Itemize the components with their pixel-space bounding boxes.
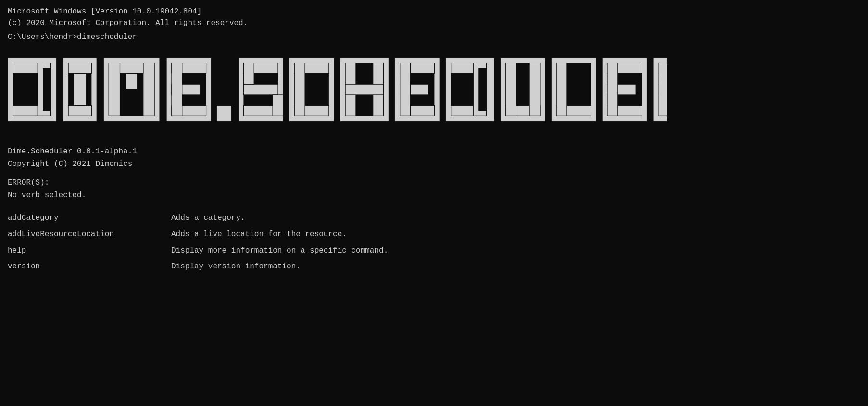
table-row: helpDisplay more information on a specif… bbox=[8, 243, 860, 259]
app-name: Dime.Scheduler 0.0.1-alpha.1 bbox=[8, 146, 860, 158]
command-name: addLiveResourceLocation bbox=[8, 227, 171, 243]
svg-rect-8 bbox=[68, 63, 91, 74]
command-description: Adds a live location for the resource. bbox=[171, 227, 860, 243]
terminal-window: Microsoft Windows [Version 10.0.19042.80… bbox=[8, 6, 860, 275]
command-name: version bbox=[8, 259, 171, 275]
table-row: addCategoryAdds a category. bbox=[8, 210, 860, 227]
svg-rect-57 bbox=[529, 63, 540, 116]
command-description: Display more information on a specific c… bbox=[171, 243, 860, 259]
svg-rect-22 bbox=[172, 63, 182, 116]
svg-rect-10 bbox=[74, 74, 86, 106]
svg-rect-13 bbox=[109, 63, 120, 116]
big-title-svg: .pt { fill: #d0d0d0; stroke: #111; strok… bbox=[8, 47, 667, 134]
command-prompt-line: C:\Users\hendr>dimescheduler bbox=[8, 33, 860, 41]
error-detail: No verb selected. bbox=[8, 190, 860, 202]
svg-rect-15 bbox=[120, 63, 143, 74]
svg-rect-46 bbox=[400, 63, 411, 116]
command-description: Display version information. bbox=[171, 259, 860, 275]
command-name: addCategory bbox=[8, 210, 171, 227]
svg-rect-9 bbox=[68, 106, 91, 116]
table-row: versionDisplay version information. bbox=[8, 259, 860, 275]
svg-rect-16 bbox=[126, 74, 137, 89]
copyright: Copyright (C) 2021 Dimenics bbox=[8, 158, 860, 171]
command-name: help bbox=[8, 243, 171, 259]
svg-rect-30 bbox=[273, 95, 283, 116]
big-title-container: .pt { fill: #d0d0d0; stroke: #111; strok… bbox=[8, 47, 860, 136]
svg-rect-67 bbox=[607, 63, 618, 116]
svg-rect-61 bbox=[556, 63, 567, 116]
error-section: ERROR(S): No verb selected. bbox=[8, 177, 860, 202]
svg-rect-27 bbox=[243, 84, 278, 95]
command-description: Adds a category. bbox=[171, 210, 860, 227]
table-row: addLiveResourceLocationAdds a live locat… bbox=[8, 227, 860, 243]
commands-table: addCategoryAdds a category.addLiveResour… bbox=[8, 210, 860, 275]
windows-version-line1: Microsoft Windows [Version 10.0.19042.80… bbox=[8, 6, 860, 17]
svg-rect-56 bbox=[505, 63, 516, 116]
svg-rect-14 bbox=[143, 63, 154, 116]
error-label: ERROR(S): bbox=[8, 177, 860, 190]
svg-rect-35 bbox=[294, 63, 305, 116]
svg-rect-72 bbox=[658, 63, 667, 116]
app-info: Dime.Scheduler 0.0.1-alpha.1 Copyright (… bbox=[8, 146, 860, 170]
svg-rect-29 bbox=[243, 63, 254, 84]
prompt-text: C:\Users\hendr>dimescheduler bbox=[8, 33, 137, 41]
windows-version-line2: (c) 2020 Microsoft Corporation. All righ… bbox=[8, 17, 860, 29]
svg-rect-5 bbox=[43, 68, 51, 111]
svg-rect-23 bbox=[216, 106, 231, 122]
terminal-header: Microsoft Windows [Version 10.0.19042.80… bbox=[8, 6, 860, 29]
svg-rect-40 bbox=[345, 84, 383, 95]
svg-rect-52 bbox=[478, 68, 487, 111]
